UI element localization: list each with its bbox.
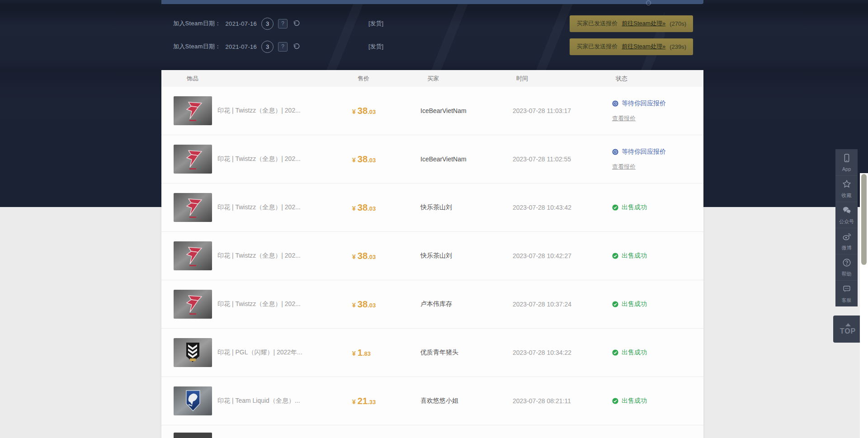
status-label: 出售成功 [622,203,647,212]
pgl-glitter-sticker[interactable] [174,338,212,367]
item-name[interactable]: 印花 | PGL（闪耀）| 2022年... [217,349,347,357]
status-cell: 等待你回应报价 查看报价 [612,148,703,171]
buyer-name: 喜欢悠悠小姐 [420,397,507,405]
faze-holo-sticker[interactable] [174,290,212,319]
column-header-price: 售价 [358,70,369,87]
help-button[interactable]: ? [278,19,288,28]
goto-steam-button[interactable]: 买家已发送报价 前往Steam处理» (239s) [570,38,693,55]
page: 加入Steam日期： 2021-07-16 3 ? [发货] 买家已发送报价 前… [0,0,868,438]
sale-time: 2023-07-28 10:34:22 [513,349,607,356]
buyer-name: 快乐茶山刘 [420,252,507,260]
help-button[interactable]: ? [278,42,288,52]
back-to-top-button[interactable]: TOP [833,316,863,343]
column-header-item: 饰品 [187,70,198,87]
weibo-icon [842,231,852,243]
faze-holo-sticker[interactable] [174,241,212,270]
view-offer-link[interactable]: 查看报价 [612,114,703,122]
status-cell: 等待你回应报价 查看报价 [612,99,703,122]
status-label: 出售成功 [622,300,647,308]
arrow-up-icon [845,323,851,326]
buyer-name: 快乐茶山刘 [420,203,507,212]
refresh-icon[interactable] [292,19,301,28]
topbar-circle-icon [646,0,651,5]
team-liquid-holo-sticker[interactable] [174,386,212,415]
item-name[interactable]: 印花 | Twistzz（全息）| 202... [217,300,347,308]
table-row: 印花 | Twistzz（全息）| 202... ¥38.03 快乐茶山刘 20… [161,232,703,280]
sidebar-item-favorites[interactable]: 收藏 [835,175,858,202]
item-name[interactable]: 印花 | Team Liquid（全息）... [217,397,347,405]
status-cell: 出售成功 [612,300,703,308]
item-name[interactable]: 印花 | Twistzz（全息）| 202... [217,155,347,163]
page-scrollbar [860,173,868,438]
top-nav-bar [161,0,703,4]
sidebar-item-app[interactable]: App [835,149,858,175]
sidebar-item-wechat[interactable]: 公众号 [835,202,858,228]
steam-date-label: 加入Steam日期： [173,42,221,51]
sale-time: 2023-07-28 11:02:55 [513,155,607,163]
item-image[interactable] [174,433,212,438]
sidebar-item-weibo[interactable]: 微博 [835,228,858,254]
sale-time: 2023-07-28 10:42:27 [513,252,607,259]
currency-symbol: ¥ [352,398,356,405]
sale-time: 2023-07-28 11:03:17 [513,107,607,114]
status-cell: 出售成功 [612,397,703,405]
item-price: ¥38.03 [352,203,415,213]
steam-date-label: 加入Steam日期： [173,19,221,28]
success-check-icon [612,349,618,356]
buyer-name: 优质青年猪头 [420,349,507,357]
steam-date-value: 2021-07-16 [226,43,257,50]
item-price: ¥1.83 [352,348,415,358]
goto-steam-link[interactable]: 前往Steam处理» [622,19,665,28]
currency-symbol: ¥ [352,108,356,115]
status-label: 出售成功 [622,349,647,357]
item-price: ¥38.03 [352,106,415,116]
offer-timer: (239s) [670,43,686,50]
goto-steam-button[interactable]: 买家已发送报价 前往Steam处理» (270s) [570,15,693,32]
scrollbar-thumb[interactable] [861,174,867,265]
column-header-status: 状态 [616,70,627,87]
filter-row: 加入Steam日期： 2021-07-16 3 ? [发货] 买家已发送报价 前… [161,15,703,32]
currency-symbol: ¥ [352,156,356,164]
sidebar-item-service[interactable]: 客服 [835,280,858,306]
table-row: 印花 | Twistzz（全息）| 202... ¥38.03 IceBearV… [161,135,703,184]
item-price: ¥38.03 [352,251,415,261]
offer-timer: (270s) [670,20,686,27]
sidebar-item-help[interactable]: 帮助 [835,254,858,280]
wechat-icon [842,205,852,217]
table-row-partial [161,425,703,438]
faze-holo-sticker[interactable] [174,145,212,174]
item-name[interactable]: 印花 | Twistzz（全息）| 202... [217,107,347,115]
sale-time: 2023-07-28 10:43:42 [513,204,607,211]
success-check-icon [612,301,618,307]
steam-date-group: 加入Steam日期： 2021-07-16 3 ? [173,18,301,30]
faze-holo-sticker[interactable] [174,193,212,222]
count-badge[interactable]: 3 [261,41,274,53]
item-name[interactable]: 印花 | Twistzz（全息）| 202... [217,252,347,260]
buyer-name: 卢本伟库存 [420,300,507,308]
phone-icon [842,153,852,165]
refresh-icon[interactable] [292,42,301,51]
ship-status-label: [发货] [368,42,383,51]
column-header-buyer: 买家 [427,70,439,87]
success-check-icon [612,204,618,211]
success-check-icon [612,253,618,259]
table-row: 印花 | PGL（闪耀）| 2022年... ¥1.83 优质青年猪头 2023… [161,329,703,377]
status-label: 等待你回应报价 [622,148,666,156]
status-label: 出售成功 [622,252,647,260]
faze-holo-sticker[interactable] [174,96,212,125]
table-row: 印花 | Team Liquid（全息）... ¥21.33 喜欢悠悠小姐 20… [161,377,703,425]
pending-offer-icon [612,100,618,107]
count-badge[interactable]: 3 [261,18,274,30]
status-label: 等待你回应报价 [622,99,666,108]
goto-steam-link[interactable]: 前往Steam处理» [622,42,665,51]
status-label: 出售成功 [622,397,647,405]
item-price: ¥38.03 [352,299,415,310]
item-name[interactable]: 印花 | Twistzz（全息）| 202... [217,203,347,212]
steam-date-value: 2021-07-16 [226,20,257,27]
view-offer-link[interactable]: 查看报价 [612,163,703,171]
currency-symbol: ¥ [352,350,356,357]
item-price: ¥21.33 [352,396,415,406]
status-cell: 出售成功 [612,203,703,212]
currency-symbol: ¥ [352,301,356,309]
offer-sent-label: 买家已发送报价 [576,42,618,51]
